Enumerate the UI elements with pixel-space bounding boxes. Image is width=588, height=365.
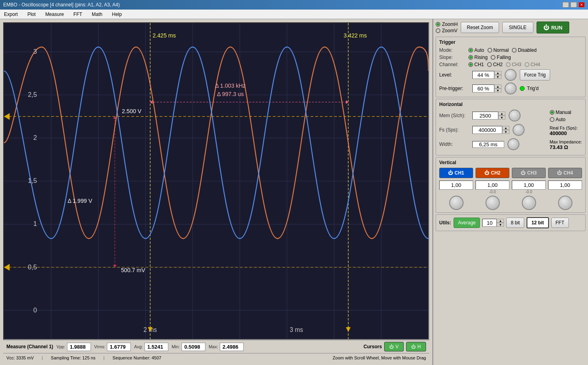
zoom-h-radio[interactable] — [436, 22, 440, 27]
menu-help[interactable]: Help — [110, 11, 124, 18]
mode-auto[interactable]: Auto — [468, 47, 484, 53]
trig-ch1[interactable]: CH1 — [468, 62, 484, 67]
trig-ch1-radio[interactable] — [468, 62, 473, 67]
trig-led — [520, 86, 525, 91]
trig-ch4-label: CH4 — [531, 62, 540, 67]
pretrigger-spinner[interactable]: ▲ ▼ — [494, 84, 501, 92]
trig-ch3[interactable]: CH3 — [506, 62, 521, 67]
zoom-v-radio[interactable] — [436, 28, 440, 33]
width-knob[interactable] — [507, 138, 519, 150]
average-input[interactable] — [482, 219, 497, 227]
slope-falling[interactable]: Falling — [491, 55, 511, 60]
mem-down-btn[interactable]: ▼ — [498, 116, 505, 120]
auto-radio[interactable] — [550, 117, 554, 122]
ch3-knob[interactable] — [522, 196, 536, 210]
svg-text:2,5: 2,5 — [28, 91, 37, 98]
plot-area[interactable]: 3 2,5 2 1,5 1 0,5 0 2 ms 3 ms 2.425 ms 3… — [3, 22, 429, 340]
average-down-btn[interactable]: ▼ — [497, 223, 504, 227]
zoom-h-option[interactable]: ZoomH — [436, 22, 458, 27]
fs-up-btn[interactable]: ▲ — [502, 126, 509, 130]
trig-ch4[interactable]: CH4 — [525, 62, 540, 67]
manual-radio[interactable] — [550, 110, 554, 115]
minimize-btn[interactable]: _ — [562, 2, 569, 8]
trig-ch3-radio[interactable] — [506, 62, 511, 67]
pretrigger-up-btn[interactable]: ▲ — [494, 84, 501, 88]
single-btn[interactable]: SINGLE — [502, 22, 533, 33]
fs-down-btn[interactable]: ▼ — [502, 130, 509, 134]
ch2-knob[interactable] — [485, 196, 500, 210]
zoom-h-label: ZoomH — [442, 22, 458, 27]
pretrigger-down-btn[interactable]: ▼ — [494, 88, 501, 92]
slope-rising[interactable]: Rising — [468, 55, 487, 60]
trig-ch2[interactable]: CH2 — [487, 62, 503, 67]
ch3-value-input[interactable] — [512, 181, 546, 190]
main-container: 3 2,5 2 1,5 1 0,5 0 2 ms 3 ms 2.425 ms 3… — [0, 19, 588, 365]
ch1-value-input[interactable] — [439, 181, 473, 190]
ch3-sub: -0.0 — [525, 190, 532, 194]
ch4-btn[interactable]: ⏻ CH4 — [548, 168, 582, 178]
svg-text:Δ 1.999 V: Δ 1.999 V — [68, 197, 93, 204]
fs-spinner[interactable]: ▲ ▼ — [502, 126, 509, 134]
maximize-btn[interactable]: □ — [570, 2, 577, 8]
menu-fft[interactable]: FFT — [71, 11, 85, 18]
auto-option[interactable]: Auto — [550, 117, 582, 122]
trig-ch2-radio[interactable] — [487, 62, 492, 67]
average-up-btn[interactable]: ▲ — [497, 219, 504, 223]
svg-text:1,5: 1,5 — [28, 177, 37, 184]
level-up-btn[interactable]: ▲ — [494, 71, 501, 75]
menu-math[interactable]: Math — [89, 11, 105, 18]
window-controls[interactable]: _ □ ✕ — [562, 2, 585, 8]
mode-auto-radio[interactable] — [468, 48, 473, 53]
menu-measure[interactable]: Measure — [43, 11, 66, 18]
trigger-level-row: Level: ▲ ▼ Force Trig — [439, 69, 582, 81]
pretrigger-input[interactable] — [472, 84, 494, 92]
cursor-h-btn[interactable]: ⏻ H — [406, 342, 426, 351]
bit8-btn[interactable]: 8 bit — [506, 218, 524, 228]
mem-knob[interactable] — [509, 110, 521, 122]
mem-up-btn[interactable]: ▲ — [498, 112, 505, 116]
manual-option[interactable]: Manual — [550, 110, 582, 115]
average-spinner[interactable]: ▲ ▼ — [497, 219, 504, 227]
bit12-btn[interactable]: 12 bit — [527, 217, 549, 228]
pretrigger-knob[interactable] — [505, 82, 517, 94]
ch4-value-input[interactable] — [548, 181, 582, 190]
fft-util-btn[interactable]: FFT — [551, 218, 569, 228]
vpp-value: 1.9888 — [67, 343, 91, 351]
mem-input[interactable] — [472, 112, 498, 120]
cursor-v-btn[interactable]: ⏻ V — [384, 342, 404, 351]
ch2-value-input[interactable] — [476, 181, 509, 190]
mode-disabled[interactable]: Disabled — [512, 47, 537, 53]
mode-normal-radio[interactable] — [487, 48, 492, 53]
measure-bar: Measure (Channel 1) Vpp: 1.9888 Vrms: 1.… — [3, 340, 429, 353]
ch4-knob[interactable] — [558, 196, 572, 210]
slope-falling-radio[interactable] — [491, 55, 495, 60]
ch3-btn[interactable]: ⏻ CH3 — [512, 168, 546, 178]
mem-spinner[interactable]: ▲ ▼ — [498, 112, 505, 120]
level-spinner[interactable]: ▲ ▼ — [494, 71, 501, 79]
level-knob[interactable] — [505, 69, 517, 81]
vpp-label: Vpp: — [56, 344, 65, 349]
menu-plot[interactable]: Plot — [25, 11, 38, 18]
status-sampling: Sampling Time: 125 ns — [51, 355, 95, 360]
menu-export[interactable]: Export — [2, 11, 20, 18]
close-btn[interactable]: ✕ — [578, 2, 585, 8]
ch-values: -0.0 -0.0 — [439, 181, 582, 194]
trig-ch4-radio[interactable] — [525, 62, 529, 67]
level-down-btn[interactable]: ▼ — [494, 75, 501, 79]
level-input[interactable] — [472, 71, 494, 79]
ch2-btn[interactable]: ⏻ CH2 — [476, 168, 509, 178]
ch1-btn[interactable]: ⏻ CH1 — [439, 168, 473, 178]
run-btn[interactable]: ⏻ RUN — [537, 22, 569, 33]
average-btn[interactable]: Average — [454, 218, 480, 228]
zoom-v-option[interactable]: ZoomV — [436, 28, 458, 33]
reset-zoom-btn[interactable]: Reset Zoom — [461, 22, 499, 33]
slope-rising-radio[interactable] — [468, 55, 473, 60]
fs-knob[interactable] — [513, 124, 525, 136]
force-trig-btn[interactable]: Force Trig — [520, 69, 550, 80]
width-input[interactable] — [472, 141, 504, 148]
fs-input[interactable] — [472, 126, 502, 134]
ch1-knob[interactable] — [449, 196, 464, 210]
svg-text:2.500 V: 2.500 V — [122, 108, 142, 114]
mode-normal[interactable]: Normal — [487, 47, 509, 53]
mode-disabled-radio[interactable] — [512, 48, 517, 53]
